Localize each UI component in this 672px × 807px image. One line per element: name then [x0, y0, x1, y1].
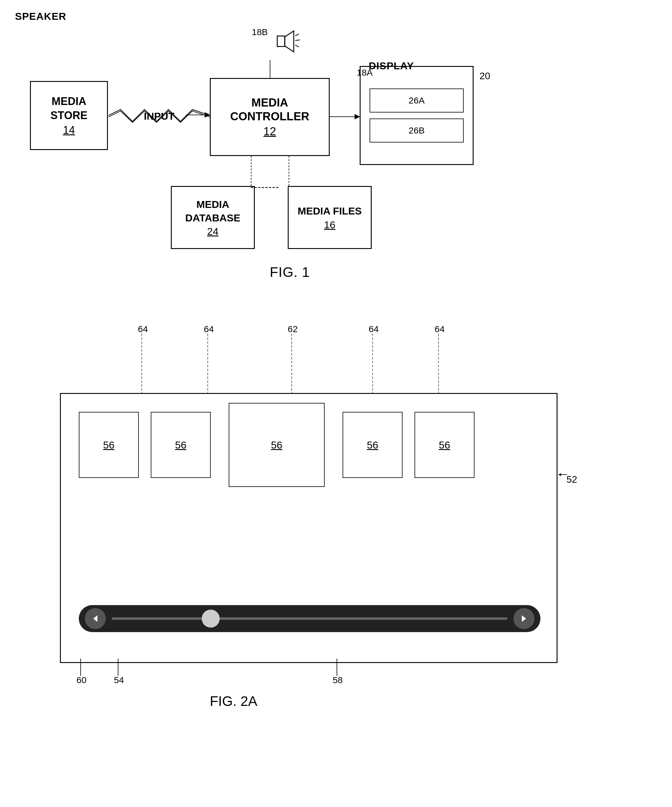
mf-title: MEDIA FILES [298, 204, 362, 218]
album-ref-2: 56 [175, 439, 187, 451]
fig2a-title: FIG. 2A [210, 693, 257, 709]
svg-line-3 [295, 40, 300, 40]
album-box-1: 56 [79, 412, 139, 478]
right-arrow-icon [520, 614, 528, 623]
ref-60-line [80, 659, 81, 676]
fig2a-outer-box: 56 56 56 56 56 [60, 393, 558, 663]
ref-54-line [118, 659, 118, 676]
svg-marker-14 [558, 473, 561, 476]
svg-line-4 [295, 45, 299, 47]
speaker-vert-line [270, 60, 270, 79]
dashed-pointer-62 [291, 334, 292, 394]
svg-rect-0 [277, 36, 285, 46]
media-controller-box: MEDIA CONTROLLER 12 [210, 78, 330, 156]
album-box-5: 56 [415, 412, 475, 478]
mc-to-db-line2 [289, 156, 289, 186]
speaker-icon [274, 28, 301, 55]
ref-54: 54 [114, 675, 124, 685]
playback-bar[interactable] [79, 605, 540, 632]
fig1-title: FIG. 1 [270, 264, 310, 280]
ref-64-2: 64 [204, 324, 214, 334]
ref-58: 58 [333, 675, 343, 685]
ref-60: 60 [76, 675, 86, 685]
track-rail[interactable] [112, 618, 507, 620]
ref-58-line [337, 659, 337, 676]
svg-marker-11 [93, 615, 98, 622]
dashed-pointer-64-3 [372, 334, 373, 394]
ms-title: MEDIA STORE [50, 95, 87, 123]
album-box-4: 56 [343, 412, 402, 478]
mc-to-db-line1 [251, 156, 252, 186]
media-files-box: MEDIA FILES 16 [288, 186, 372, 249]
ref-64-3: 64 [369, 324, 379, 334]
album-ref-center: 56 [271, 439, 282, 451]
speaker-label: SPEAKER [15, 10, 66, 22]
play-right-button[interactable] [513, 608, 535, 629]
mc-title: MEDIA CONTROLLER [230, 96, 310, 123]
media-database-box: MEDIA DATABASE 24 [171, 186, 255, 249]
track-thumb[interactable] [202, 609, 220, 628]
zigzag-connection [109, 108, 210, 123]
left-arrow-icon [91, 614, 100, 623]
ref-64-4: 64 [435, 324, 445, 334]
page: SPEAKER 18B INPUT MEDIA CONTROLLER 12 [0, 0, 672, 807]
fig1-section: SPEAKER 18B INPUT MEDIA CONTROLLER 12 [0, 12, 672, 282]
ref-52: 52 [566, 474, 577, 485]
media-store-box: MEDIA STORE 14 [30, 81, 108, 150]
display-outer-box: 26A 26B [360, 66, 473, 165]
album-box-center: 56 [229, 403, 324, 487]
mf-number: 16 [324, 219, 335, 231]
svg-marker-12 [522, 615, 526, 622]
album-box-2: 56 [151, 412, 211, 478]
album-ref-4: 56 [367, 439, 378, 451]
dashed-pointer-64-4 [438, 334, 439, 394]
album-ref-1: 56 [103, 439, 114, 451]
ms-number: 14 [63, 124, 75, 136]
display-inner-26b: 26B [369, 118, 464, 143]
play-left-button[interactable] [85, 608, 106, 629]
dashed-pointer-64-2 [207, 334, 208, 394]
fig2a-section: 64 64 62 64 64 56 [0, 315, 672, 795]
svg-line-2 [295, 34, 299, 36]
dashed-pointer-64-1 [141, 334, 142, 394]
ref-64-1: 64 [138, 324, 148, 334]
ref-52-arrow [557, 471, 568, 478]
speaker-box [270, 24, 306, 60]
ref-62: 62 [288, 324, 298, 334]
svg-marker-1 [285, 31, 294, 52]
ref-18b: 18B [252, 27, 268, 37]
mdb-number: 24 [207, 226, 218, 237]
mc-display-connector [330, 116, 360, 117]
mdb-title: MEDIA DATABASE [185, 198, 240, 224]
ref-20: 20 [480, 70, 490, 81]
display-inner-26a: 26A [369, 88, 464, 113]
album-ref-5: 56 [439, 439, 450, 451]
mc-number: 12 [263, 125, 276, 138]
